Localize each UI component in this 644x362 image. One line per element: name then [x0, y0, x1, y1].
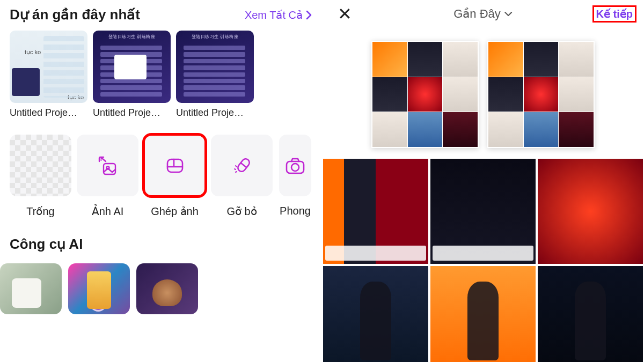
project-thumbnail: tục ko tục ko: [10, 31, 87, 103]
recent-dropdown[interactable]: Gần Đây: [453, 7, 513, 21]
project-row: tục ko tục ko Untitled Proje… 登陆日练习生 训练椅…: [10, 31, 312, 119]
gif-badge: GIF: [157, 289, 170, 297]
photo-item[interactable]: [430, 266, 536, 362]
ai-tools-row: GIF: [10, 263, 312, 314]
tool-label: Ảnh AI: [92, 205, 124, 218]
right-panel: ✕ Gần Đây Kế tiếp: [322, 0, 644, 362]
collage-previews: [322, 28, 644, 159]
collage-item[interactable]: [487, 41, 595, 148]
dropdown-label: Gần Đây: [453, 7, 501, 21]
picker-header: ✕ Gần Đây Kế tiếp: [322, 0, 644, 28]
ai-card-restore[interactable]: [0, 263, 62, 314]
thumb-header: 登陆日练习生 训练椅座: [176, 34, 254, 40]
tool-row: Trống T Ảnh AI Ghép ảnh: [10, 135, 312, 218]
eraser-icon: [211, 135, 273, 196]
camera-icon: [279, 135, 311, 196]
view-all-button[interactable]: Xem Tất Cả: [245, 9, 312, 21]
next-button[interactable]: Kế tiếp: [592, 5, 636, 23]
left-panel: Dự án gần đây nhất Xem Tất Cả tục ko tục…: [0, 0, 322, 362]
ai-card-enhance[interactable]: [68, 263, 130, 314]
photo-item[interactable]: [538, 266, 643, 362]
tool-ai-image[interactable]: T Ảnh AI: [77, 135, 138, 218]
thumb-text: tục ko: [25, 49, 41, 56]
tool-label: Trống: [26, 205, 54, 218]
photo-item[interactable]: [323, 159, 428, 264]
project-thumbnail: 登陆日练习生 训练椅座: [176, 31, 254, 103]
close-button[interactable]: ✕: [335, 4, 354, 24]
photo-grid: [322, 159, 644, 362]
photo-item[interactable]: [430, 159, 536, 264]
project-card[interactable]: 登陆日练习生 训练椅座 Untitled Proje…: [93, 31, 171, 119]
photo-item[interactable]: [538, 159, 643, 264]
recent-projects-header: Dự án gần đây nhất Xem Tất Cả: [10, 6, 312, 23]
tool-remove[interactable]: Gỡ bỏ: [211, 135, 273, 218]
ai-image-icon: T: [77, 135, 138, 196]
chevron-right-icon: [306, 10, 312, 20]
view-all-label: Xem Tất Cả: [245, 9, 303, 21]
project-name: Untitled Proje…: [10, 107, 87, 119]
photo-item[interactable]: [323, 266, 428, 362]
project-card[interactable]: tục ko tục ko Untitled Proje…: [10, 31, 87, 119]
thumb-header: 登陆日练习生 训练椅座: [93, 34, 171, 40]
ai-tools-title: Công cụ AI: [10, 236, 312, 253]
collage-icon: [144, 135, 206, 196]
tool-label: Phong: [280, 205, 311, 217]
photo-gallery[interactable]: [322, 28, 644, 362]
blank-icon: [10, 135, 71, 196]
tool-label: Gỡ bỏ: [226, 205, 257, 218]
svg-rect-3: [167, 159, 182, 172]
project-name: Untitled Proje…: [176, 107, 254, 119]
project-name: Untitled Proje…: [93, 107, 171, 119]
svg-text:T: T: [99, 156, 103, 162]
tool-collage[interactable]: Ghép ảnh: [144, 135, 206, 218]
project-thumbnail: 登陆日练习生 训练椅座: [93, 31, 171, 103]
chevron-down-icon: [504, 11, 513, 17]
recent-projects-title: Dự án gần đây nhất: [10, 6, 140, 23]
tool-style[interactable]: Phong: [278, 135, 312, 218]
tool-blank[interactable]: Trống: [10, 135, 71, 218]
tool-label: Ghép ảnh: [151, 205, 199, 218]
svg-point-6: [291, 164, 299, 171]
thumb-text: tục ko: [68, 94, 84, 101]
collage-item[interactable]: [371, 41, 479, 148]
ai-card-gif[interactable]: GIF: [136, 263, 198, 314]
project-card[interactable]: 登陆日练习生 训练椅座 Untitled Proje…: [176, 31, 254, 119]
